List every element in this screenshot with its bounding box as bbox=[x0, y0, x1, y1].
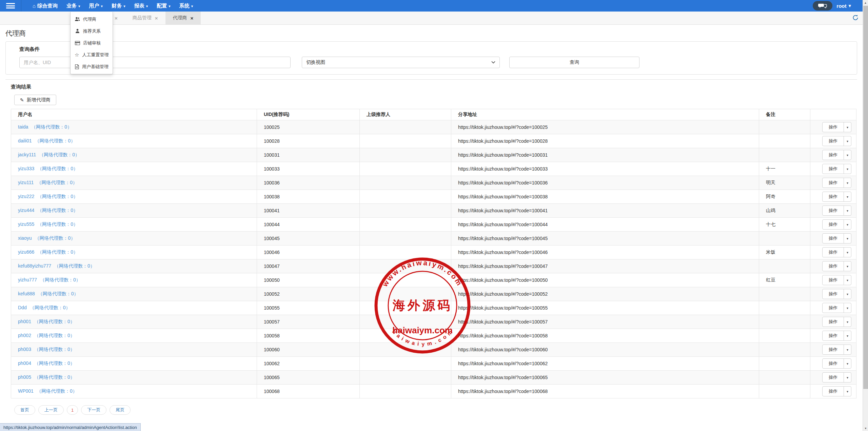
close-icon[interactable]: × bbox=[115, 15, 118, 21]
agent-count-link[interactable]: （网络代理数：0） bbox=[37, 180, 77, 185]
username-link[interactable]: daili01 bbox=[18, 138, 32, 143]
agent-count-link[interactable]: （网络代理数：0） bbox=[35, 138, 75, 143]
username-link[interactable]: yizu444 bbox=[18, 208, 34, 213]
action-button[interactable]: 操作▾ bbox=[822, 178, 851, 188]
agent-count-link[interactable]: （网络代理数：0） bbox=[35, 235, 75, 241]
caret-down-icon[interactable]: ▾ bbox=[844, 150, 851, 160]
caret-down-icon[interactable]: ▾ bbox=[844, 164, 851, 174]
caret-down-icon[interactable]: ▾ bbox=[844, 373, 851, 382]
action-button[interactable]: 操作▾ bbox=[822, 136, 851, 146]
username-link[interactable]: yizu666 bbox=[18, 249, 34, 255]
caret-down-icon[interactable]: ▾ bbox=[844, 359, 851, 368]
caret-down-icon[interactable]: ▾ bbox=[844, 136, 851, 146]
agent-count-link[interactable]: （网络代理数：0） bbox=[37, 249, 78, 255]
action-button[interactable]: 操作▾ bbox=[822, 289, 851, 299]
first-page-button[interactable]: 首页 bbox=[14, 405, 35, 415]
action-button[interactable]: 操作▾ bbox=[822, 275, 851, 285]
caret-down-icon[interactable]: ▾ bbox=[844, 303, 851, 313]
username-link[interactable]: ph005 bbox=[18, 374, 31, 380]
action-button[interactable]: 操作▾ bbox=[822, 358, 851, 369]
scrollbar[interactable]: ▲ ▼ bbox=[863, 0, 868, 431]
caret-down-icon[interactable]: ▾ bbox=[844, 331, 851, 340]
nav-item-config[interactable]: 配置 ▾ bbox=[152, 0, 175, 12]
caret-down-icon[interactable]: ▾ bbox=[844, 178, 851, 188]
nav-item-users[interactable]: 用户 ▾ bbox=[85, 0, 107, 12]
agent-count-link[interactable]: （网络代理数：0） bbox=[34, 360, 75, 366]
add-agent-button[interactable]: ✎ 新增代理商 bbox=[14, 95, 56, 105]
action-button[interactable]: 操作▾ bbox=[822, 150, 851, 160]
agent-count-link[interactable]: （网络代理数：0） bbox=[30, 305, 71, 310]
caret-down-icon[interactable]: ▾ bbox=[844, 220, 851, 229]
username-link[interactable]: yizu222 bbox=[18, 194, 34, 199]
username-link[interactable]: ph002 bbox=[18, 333, 31, 338]
prev-page-button[interactable]: 上一页 bbox=[38, 405, 64, 415]
agent-count-link[interactable]: （网络代理数：0） bbox=[37, 208, 78, 213]
nav-item-finance[interactable]: 财务 ▾ bbox=[107, 0, 130, 12]
action-button[interactable]: 操作▾ bbox=[822, 261, 851, 271]
caret-down-icon[interactable]: ▾ bbox=[844, 234, 851, 243]
agent-count-link[interactable]: （网络代理数：0） bbox=[37, 166, 78, 171]
last-page-button[interactable]: 尾页 bbox=[110, 405, 131, 415]
username-link[interactable]: ph004 bbox=[18, 360, 31, 366]
caret-down-icon[interactable]: ▾ bbox=[844, 345, 851, 354]
username-link[interactable]: jacky111 bbox=[18, 152, 36, 157]
nav-item-business[interactable]: 业务 ▾ bbox=[62, 0, 85, 12]
username-link[interactable]: yizu333 bbox=[18, 166, 34, 171]
close-icon[interactable]: × bbox=[191, 15, 194, 21]
username-link[interactable]: WP001 bbox=[18, 388, 34, 394]
action-button[interactable]: 操作▾ bbox=[822, 233, 851, 243]
action-button[interactable]: 操作▾ bbox=[822, 122, 851, 132]
caret-down-icon[interactable]: ▾ bbox=[844, 192, 851, 201]
user-menu-root[interactable]: root ▾ bbox=[836, 3, 851, 9]
nav-item-system[interactable]: 系统 ▾ bbox=[175, 0, 198, 12]
scrollbar-up-arrow[interactable]: ▲ bbox=[863, 0, 868, 5]
agent-count-link[interactable]: （网络代理数：0） bbox=[31, 124, 72, 130]
agent-count-link[interactable]: （网络代理数：0） bbox=[34, 347, 75, 352]
tab-product-management[interactable]: 商品管理 × bbox=[125, 12, 165, 24]
agent-count-link[interactable]: （网络代理数：0） bbox=[39, 152, 80, 157]
action-button[interactable]: 操作▾ bbox=[822, 303, 851, 313]
menu-item-referral-relations[interactable]: 推荐关系 bbox=[71, 25, 113, 37]
search-button[interactable]: 查询 bbox=[509, 57, 639, 68]
messages-button[interactable] bbox=[813, 1, 832, 11]
action-button[interactable]: 操作▾ bbox=[822, 247, 851, 257]
action-button[interactable]: 操作▾ bbox=[822, 386, 851, 396]
agent-count-link[interactable]: （网络代理数：0） bbox=[37, 388, 77, 394]
caret-down-icon[interactable]: ▾ bbox=[844, 248, 851, 257]
scrollbar-down-arrow[interactable]: ▼ bbox=[863, 426, 868, 431]
close-icon[interactable]: × bbox=[155, 15, 158, 21]
username-link[interactable]: kefu88yizhu777 bbox=[18, 263, 51, 269]
username-link[interactable]: ph001 bbox=[18, 319, 31, 324]
menu-item-manual-reset[interactable]: ☆ 人工重置管理 bbox=[71, 49, 113, 61]
username-link[interactable]: Ddd bbox=[18, 305, 27, 310]
keyword-input[interactable] bbox=[19, 57, 291, 68]
agent-count-link[interactable]: （网络代理数：0） bbox=[38, 291, 79, 296]
caret-down-icon[interactable]: ▾ bbox=[844, 387, 851, 396]
menu-item-shop-review[interactable]: 店铺审核 bbox=[71, 37, 113, 49]
action-button[interactable]: 操作▾ bbox=[822, 192, 851, 202]
agent-count-link[interactable]: （网络代理数：0） bbox=[37, 194, 78, 199]
action-button[interactable]: 操作▾ bbox=[822, 345, 851, 355]
action-button[interactable]: 操作▾ bbox=[822, 317, 851, 327]
action-button[interactable]: 操作▾ bbox=[822, 164, 851, 174]
caret-down-icon[interactable]: ▾ bbox=[844, 289, 851, 299]
view-select[interactable]: 切换视图 bbox=[302, 57, 500, 68]
action-button[interactable]: 操作▾ bbox=[822, 372, 851, 383]
username-link[interactable]: xiaoyu bbox=[18, 235, 32, 241]
agent-count-link[interactable]: （网络代理数：0） bbox=[37, 221, 78, 227]
username-link[interactable]: taida bbox=[18, 124, 28, 130]
username-link[interactable]: ph003 bbox=[18, 347, 31, 352]
action-button[interactable]: 操作▾ bbox=[822, 205, 851, 216]
agent-count-link[interactable]: （网络代理数：0） bbox=[54, 263, 95, 269]
caret-down-icon[interactable]: ▾ bbox=[844, 275, 851, 285]
tab-agents[interactable]: 代理商 × bbox=[165, 12, 201, 24]
action-button[interactable]: 操作▾ bbox=[822, 331, 851, 341]
username-link[interactable]: kefu888 bbox=[18, 291, 35, 296]
username-link[interactable]: yizhu777 bbox=[18, 277, 37, 282]
scrollbar-thumb[interactable] bbox=[863, 6, 868, 389]
agent-count-link[interactable]: （网络代理数：0） bbox=[34, 333, 75, 338]
caret-down-icon[interactable]: ▾ bbox=[844, 122, 851, 132]
menu-item-agents[interactable]: 代理商 bbox=[71, 13, 113, 25]
nav-item-reports[interactable]: 报表 ▾ bbox=[130, 0, 153, 12]
caret-down-icon[interactable]: ▾ bbox=[844, 261, 851, 271]
